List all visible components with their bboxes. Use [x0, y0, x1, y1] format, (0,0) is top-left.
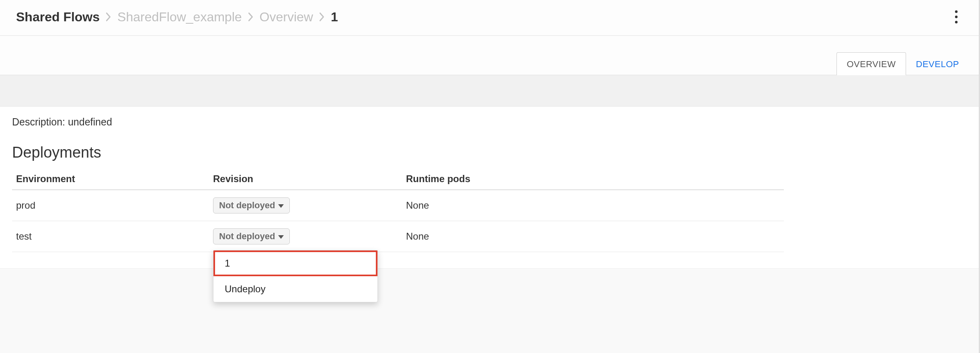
table-row: test Not deployed 1 Undeploy [12, 221, 784, 252]
col-header-runtime-pods: Runtime pods [402, 168, 784, 190]
col-header-revision: Revision [209, 168, 402, 190]
revision-dropdown-menu: 1 Undeploy [213, 250, 378, 302]
dropdown-item-undeploy[interactable]: Undeploy [213, 276, 377, 302]
description-line: Description: undefined [12, 116, 967, 128]
env-cell: test [12, 221, 209, 252]
breadcrumb-item-overview[interactable]: Overview [260, 10, 313, 25]
overview-content: Description: undefined Deployments Envir… [0, 107, 979, 269]
deployments-heading: Deployments [12, 144, 967, 161]
tab-develop[interactable]: DEVELOP [906, 52, 969, 75]
tab-overview[interactable]: OVERVIEW [836, 52, 906, 75]
revision-cell: Not deployed [209, 190, 402, 221]
chevron-right-icon [319, 11, 325, 23]
chevron-right-icon [105, 11, 112, 23]
runtime-pods-cell: None [402, 221, 784, 252]
svg-point-1 [955, 16, 957, 18]
runtime-pods-cell: None [402, 190, 784, 221]
revision-dropdown-button[interactable]: Not deployed [213, 197, 290, 213]
revision-dropdown-label: Not deployed [219, 232, 275, 241]
toolbar-band [0, 75, 979, 107]
more-actions-button[interactable] [950, 9, 963, 25]
kebab-icon [955, 10, 958, 24]
deployments-table: Environment Revision Runtime pods prod N… [12, 168, 784, 252]
svg-point-0 [955, 10, 957, 13]
page-root: Shared Flows SharedFlow_example Overview… [0, 0, 980, 353]
breadcrumb-item-sharedflow[interactable]: SharedFlow_example [117, 10, 242, 25]
env-cell: prod [12, 190, 209, 221]
table-header-row: Environment Revision Runtime pods [12, 168, 784, 190]
revision-dropdown-button[interactable]: Not deployed [213, 228, 290, 244]
header-row: Shared Flows SharedFlow_example Overview… [0, 0, 979, 36]
tab-strip: OVERVIEW DEVELOP [0, 36, 979, 75]
table-row: prod Not deployed None [12, 190, 784, 221]
col-header-environment: Environment [12, 168, 209, 190]
revision-dropdown-label: Not deployed [219, 201, 275, 210]
caret-down-icon [278, 235, 284, 239]
revision-cell: Not deployed 1 Undeploy [209, 221, 402, 252]
dropdown-item-revision-1[interactable]: 1 [213, 250, 377, 276]
svg-point-2 [955, 21, 957, 23]
description-prefix: Description: [12, 116, 68, 127]
chevron-right-icon [248, 11, 254, 23]
description-value: undefined [68, 116, 112, 127]
breadcrumb-current: 1 [331, 10, 338, 25]
caret-down-icon [278, 204, 284, 208]
breadcrumb: Shared Flows SharedFlow_example Overview… [16, 10, 338, 25]
breadcrumb-root[interactable]: Shared Flows [16, 10, 100, 25]
